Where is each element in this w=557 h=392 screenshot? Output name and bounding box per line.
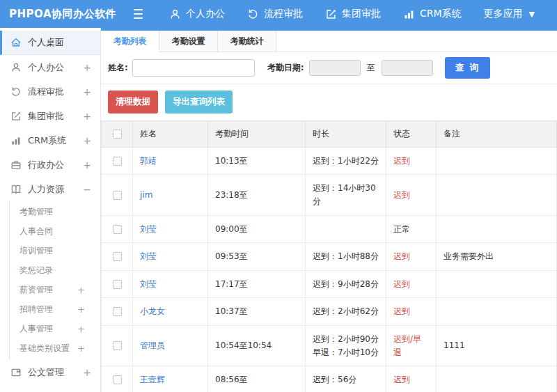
sidebar-subitem[interactable]: 培训管理: [10, 241, 100, 260]
status-cell: 迟到: [386, 366, 437, 392]
name-filter-label: 姓名:: [108, 62, 128, 74]
expand-toggle-icon[interactable]: +: [83, 62, 91, 73]
note-cell: 1111: [437, 325, 557, 366]
expand-toggle-icon[interactable]: +: [77, 304, 85, 315]
sidebar-subitem[interactable]: 奖惩记录: [10, 260, 100, 280]
tab[interactable]: 考勤列表: [101, 31, 159, 52]
select-all-checkbox[interactable]: [113, 130, 122, 139]
row-checkbox[interactable]: [113, 157, 122, 166]
status-cell: 正常: [386, 215, 437, 243]
row-checkbox[interactable]: [113, 280, 122, 289]
table-row: 王壹辉 08:56至 迟到：56分 迟到: [102, 366, 557, 392]
sidebar-item[interactable]: 个人办公 +: [0, 55, 100, 79]
duration-cell: 迟到：1小时88分: [306, 243, 386, 271]
sidebar-subitem[interactable]: 人事合同: [10, 221, 100, 241]
attendance-time-cell: 10:13至: [208, 147, 306, 175]
expand-toggle-icon[interactable]: +: [83, 159, 91, 171]
row-checkbox-cell: [102, 147, 133, 175]
note-cell: [437, 270, 557, 298]
duration-cell: 迟到：2小时90分早退：7小时10分: [306, 325, 386, 366]
duration-cell: [306, 215, 386, 243]
expand-toggle-icon[interactable]: −: [83, 184, 91, 195]
status-cell: 迟到: [386, 243, 437, 271]
column-header: 备注: [437, 121, 557, 148]
row-checkbox[interactable]: [113, 191, 122, 200]
date-to-input[interactable]: [382, 60, 433, 76]
employee-name-link[interactable]: 郭靖: [140, 156, 157, 166]
row-checkbox[interactable]: [113, 307, 122, 316]
edit-icon: [10, 111, 22, 122]
name-filter-input[interactable]: [132, 59, 255, 77]
chart-icon: [403, 8, 415, 20]
column-header: 时长: [306, 121, 386, 148]
topnav-item[interactable]: 个人办公: [169, 8, 225, 20]
sidebar-item[interactable]: 集团审批 +: [0, 104, 100, 128]
sidebar-item[interactable]: 流程审批 +: [0, 79, 100, 104]
employee-name-link[interactable]: 刘莹: [140, 224, 157, 234]
employee-name-link[interactable]: 刘莹: [140, 251, 157, 261]
date-filter-label: 考勤日期:: [267, 62, 304, 74]
topnav-item[interactable]: 流程审批: [247, 8, 303, 20]
expand-toggle-icon[interactable]: +: [83, 135, 91, 146]
table-row: 管理员 10:54至10:54 迟到：2小时90分早退：7小时10分 迟到/早退…: [102, 325, 557, 366]
sidebar-subitem[interactable]: 考勤管理: [10, 202, 100, 221]
row-checkbox[interactable]: [113, 225, 122, 234]
topnav-item[interactable]: CRM系统: [403, 8, 462, 20]
table-row: 刘莹 09:00至 正常: [102, 215, 557, 243]
date-from-input[interactable]: [309, 60, 361, 76]
top-bar: PHPOA协同办公软件 个人办公 流程审批 集团审批 CRM系统 更多应用 ▼: [0, 0, 557, 28]
action-toolbar: 清理数据 导出查询列表: [101, 84, 557, 120]
attendance-time-cell: 10:37至: [208, 298, 306, 326]
tab[interactable]: 考勤统计: [218, 31, 276, 52]
chart-icon: [10, 135, 22, 146]
sidebar-item[interactable]: 行政办公 +: [0, 152, 100, 177]
edit-icon: [325, 8, 337, 20]
sidebar-item[interactable]: 公文管理 +: [0, 360, 100, 384]
expand-toggle-icon[interactable]: +: [77, 324, 85, 334]
sidebar-item[interactable]: 个人桌面: [0, 31, 100, 55]
sidebar-item[interactable]: CRM系统 +: [0, 128, 100, 152]
employee-name-link[interactable]: 王壹辉: [140, 375, 165, 384]
duration-cell: 迟到：1小时22分: [306, 147, 386, 175]
expand-toggle-icon[interactable]: +: [77, 343, 85, 354]
column-header: 考勤时间: [208, 121, 306, 148]
sidebar-item[interactable]: 用车管理 +: [0, 384, 100, 392]
sidebar-subitem[interactable]: 薪资管理 +: [10, 280, 100, 299]
table-row: jim 23:18至 迟到：14小时30分 迟到: [102, 175, 557, 215]
chevron-down-icon: ▼: [529, 10, 535, 19]
employee-name-link[interactable]: 管理员: [140, 340, 165, 350]
note-cell: [437, 215, 557, 243]
sidebar-subitem[interactable]: 基础类别设置 +: [10, 338, 100, 358]
doc-icon: [10, 367, 22, 378]
top-nav: 个人办公 流程审批 集团审批 CRM系统 更多应用 ▼: [169, 8, 557, 20]
sidebar-submenu: 考勤管理 人事合同 培训管理 奖惩记录 薪资管理 + 招聘管理 + 人事管理 +…: [9, 201, 100, 360]
sidebar-item[interactable]: 人力资源 −: [0, 177, 100, 201]
search-button[interactable]: 查 询: [445, 57, 490, 79]
topnav-item[interactable]: 更多应用 ▼: [484, 8, 535, 20]
hamburger-menu-icon[interactable]: [134, 6, 143, 22]
employee-name-link[interactable]: 刘莹: [140, 279, 157, 289]
row-checkbox[interactable]: [113, 375, 122, 384]
row-checkbox-cell: [102, 215, 133, 243]
expand-toggle-icon[interactable]: +: [77, 285, 85, 295]
tab[interactable]: 考勤设置: [159, 31, 218, 52]
row-checkbox[interactable]: [113, 252, 122, 261]
sidebar-subitem[interactable]: 招聘管理 +: [10, 299, 100, 319]
export-list-button[interactable]: 导出查询列表: [165, 91, 233, 113]
expand-toggle-icon[interactable]: +: [83, 86, 91, 97]
sidebar-subitem[interactable]: 人事管理 +: [10, 319, 100, 338]
row-checkbox-cell: [102, 243, 133, 271]
row-checkbox[interactable]: [113, 341, 122, 350]
date-to-label: 至: [367, 62, 375, 74]
employee-name-link[interactable]: 小龙女: [140, 306, 165, 316]
duration-cell: 迟到：14小时30分: [306, 175, 386, 215]
clean-data-button[interactable]: 清理数据: [108, 91, 158, 113]
tab-bar: 考勤列表 考勤设置 考勤统计: [101, 31, 557, 52]
expand-toggle-icon[interactable]: +: [83, 367, 91, 378]
expand-toggle-icon[interactable]: +: [83, 111, 91, 122]
row-checkbox-cell: [102, 298, 133, 326]
attendance-table: 姓名 考勤时间 时长 状态 备注 郭靖 10:13至 迟到：1小时22分 迟到 …: [101, 120, 557, 392]
topnav-item[interactable]: 集团审批: [325, 8, 381, 20]
employee-name-link[interactable]: jim: [140, 190, 152, 200]
row-checkbox-cell: [102, 325, 133, 366]
